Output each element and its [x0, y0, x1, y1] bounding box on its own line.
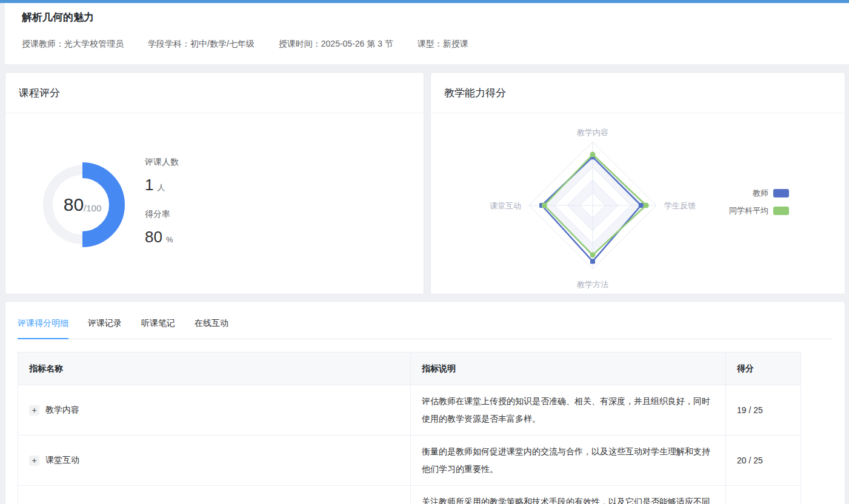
legend-item-peer-average[interactable]: 同学科平均: [729, 205, 789, 216]
meta-subject: 学段学科：初中/数学/七年级: [148, 39, 255, 50]
reviewer-count-label: 评课人数: [145, 157, 179, 168]
meta-time: 授课时间：2025-05-26 第 3 节: [279, 39, 393, 50]
meta-course-type: 课型：新授课: [418, 39, 468, 50]
score-rate-value: 80%: [145, 228, 179, 247]
indicator-description: 关注教师所采用的教学策略和技术手段的有效性，以及它们是否能够适应不同的学习风格和…: [422, 493, 714, 504]
radar-legend: 教师 同学科平均: [729, 188, 789, 223]
course-score-card-title: 课程评分: [5, 73, 424, 113]
teaching-ability-card-title: 教学能力得分: [431, 73, 845, 113]
reviewer-count-value: 1人: [145, 176, 179, 194]
score-rate-label: 得分率: [145, 209, 179, 220]
table-header-row: 指标名称 指标说明 得分: [18, 353, 801, 385]
teaching-ability-card: 教学能力得分 教学内容 学生反馈 教学方法 课堂互动 教师 同学科平均: [430, 72, 845, 294]
column-header-indicator-description: 指标说明: [411, 353, 726, 385]
radar-axis-bottom: 教学方法: [577, 280, 608, 289]
tab-score-details[interactable]: 评课得分明细: [18, 318, 68, 339]
table-row: 课堂互动 衡量的是教师如何促进课堂内的交流与合作，以及这些互动对学生理解和支持他…: [18, 436, 801, 486]
tab-bar: 评课得分明细 评课记录 听课笔记 在线互动: [18, 302, 833, 339]
donut-center-label: 80/100: [40, 162, 125, 247]
legend-item-teacher[interactable]: 教师: [729, 188, 789, 199]
tab-online-interaction[interactable]: 在线互动: [195, 318, 228, 339]
peer-average-series-swatch: [773, 207, 789, 215]
radar-axis-right: 学生反馈: [664, 201, 696, 210]
page-title: 解析几何的魅力: [22, 10, 832, 24]
course-score-donut: 80/100: [40, 162, 125, 247]
indicator-description: 衡量的是教师如何促进课堂内的交流与合作，以及这些互动对学生理解和支持他们学习的重…: [422, 443, 714, 478]
indicator-score: 20 / 25: [737, 456, 763, 465]
lesson-meta: 授课教师：光大学校管理员 学段学科：初中/数学/七年级 授课时间：2025-05…: [22, 39, 832, 50]
indicator-score: 19 / 25: [737, 405, 763, 415]
donut-score-max: /100: [84, 203, 101, 213]
page-header: 解析几何的魅力 授课教师：光大学校管理员 学段学科：初中/数学/七年级 授课时间…: [5, 3, 849, 64]
course-score-card: 课程评分 80/100 评课人数 1人 得分率 80%: [5, 72, 424, 294]
tab-review-records[interactable]: 评课记录: [88, 318, 122, 339]
indicator-name: 课堂互动: [45, 455, 79, 466]
radar-axis-top: 教学内容: [577, 128, 608, 137]
radar-axis-left: 课堂互动: [490, 201, 521, 210]
meta-teacher: 授课教师：光大学校管理员: [22, 39, 124, 50]
table-row: 教学方法 关注教师所采用的教学策略和技术手段的有效性，以及它们是否能够适应不同的…: [18, 486, 801, 504]
donut-score-value: 80: [64, 194, 84, 215]
indicator-description: 评估教师在课堂上传授的知识是否准确、相关、有深度，并且组织良好，同时使用的教学资…: [422, 393, 714, 428]
indicator-name: 教学内容: [45, 405, 79, 416]
radar-chart: 教学内容 学生反馈 教学方法 课堂互动: [431, 113, 770, 294]
teacher-series-swatch: [773, 189, 789, 197]
expand-row-icon[interactable]: [29, 405, 39, 416]
tab-listening-notes[interactable]: 听课笔记: [141, 318, 175, 339]
column-header-indicator-name: 指标名称: [18, 353, 411, 385]
radar-plot: [529, 142, 656, 269]
course-score-stats: 评课人数 1人 得分率 80%: [145, 157, 179, 261]
details-section: 评课得分明细 评课记录 听课笔记 在线互动 指标名称 指标说明 得分 教学内容 …: [5, 301, 845, 504]
indicator-score-table: 指标名称 指标说明 得分 教学内容 评估教师在课堂上传授的知识是否准确、相关、有…: [18, 352, 801, 504]
table-row: 教学内容 评估教师在课堂上传授的知识是否准确、相关、有深度，并且组织良好，同时使…: [18, 385, 801, 436]
expand-row-icon[interactable]: [29, 456, 39, 466]
column-header-score: 得分: [726, 353, 801, 385]
